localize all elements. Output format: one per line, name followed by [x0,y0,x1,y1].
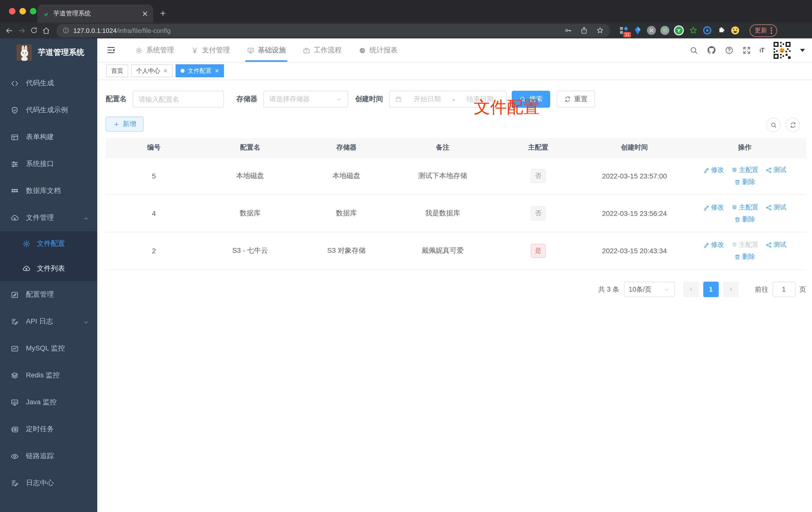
extension-grid-icon[interactable]: 11 [619,26,629,35]
update-label: 更新 [755,26,767,35]
sidebar-item-system-api[interactable]: 系统接口 [0,151,97,178]
edit-link[interactable]: 修改 [703,203,724,212]
goto-page-input[interactable] [772,282,795,297]
delete-link[interactable]: 删除 [734,178,755,186]
delete-link[interactable]: 删除 [734,215,755,224]
table-tools [766,118,800,132]
sidebar-item-code-example[interactable]: 代码生成示例 [0,97,97,124]
test-link[interactable]: 测试 [765,203,786,212]
font-size-icon[interactable]: ttTT [759,47,764,54]
sidebar-item-code-generation[interactable]: 代码生成 [0,70,97,97]
sidebar-item-redis-monitor[interactable]: Redis 监控 [0,362,97,389]
address-bar[interactable]: 127.0.0.1:1024/infra/file/file-config [56,24,610,37]
github-icon[interactable] [706,46,716,55]
sidebar-item-file-list[interactable]: 文件列表 [0,256,97,281]
refresh-icon [789,121,796,128]
sidebar-item-form-builder[interactable]: 表单构建 [0,124,97,151]
pencil-icon [703,167,709,173]
sidebar-item-mysql-monitor[interactable]: MySQL 监控 [0,335,97,362]
sidebar-item-file-management[interactable]: 文件管理 [0,204,97,231]
refresh-table-button[interactable] [786,118,800,132]
test-link[interactable]: 测试 [765,165,786,175]
search-icon[interactable] [689,46,698,55]
nav-statistics[interactable]: 统计报表 [350,38,406,62]
set-master-link-disabled: 主配置 [731,240,758,249]
add-button[interactable]: 新增 [106,117,144,131]
fullscreen-icon[interactable] [742,46,751,55]
user-avatar-qr[interactable] [773,41,791,60]
sidebar-item-config-management[interactable]: 配置管理 [0,281,97,308]
extension-kite-icon[interactable] [633,26,642,35]
zoom-window-button[interactable] [30,8,36,14]
home-icon[interactable] [42,26,50,35]
config-name-input[interactable] [139,95,218,103]
extension-emoji-icon[interactable] [730,26,740,35]
back-icon[interactable] [5,26,13,35]
col-actions: 操作 [683,143,806,152]
sidebar-item-java-monitor[interactable]: Java 监控 [0,389,97,416]
minimize-window-button[interactable] [20,8,26,14]
extension-puzzle-icon[interactable] [716,26,726,35]
plus-icon [113,121,120,127]
sidebar-item-file-config[interactable]: 文件配置 [0,231,97,256]
share-icon [765,204,772,211]
storage-select[interactable]: 请选择存储器 [263,91,348,108]
browser-tab[interactable]: 芋道管理系统 ✕ [37,4,153,23]
prev-page-button[interactable] [683,282,699,297]
nav-infrastructure[interactable]: 基础设施 [238,38,294,62]
sidebar-fold-icon[interactable] [106,46,116,55]
set-master-link[interactable]: 主配置 [731,203,758,212]
sidebar-item-trace[interactable]: 链路追踪 [0,443,97,470]
monitor-icon [10,398,19,406]
doc-edit-icon [10,317,19,326]
sidebar-item-log-center[interactable]: 日志中心 [0,470,97,496]
tag-profile[interactable]: 个人中心✕ [131,64,173,77]
forward-icon[interactable] [18,26,26,35]
page-1-button[interactable]: 1 [703,282,719,297]
edit-link[interactable]: 修改 [703,240,724,249]
browser-update-menu[interactable]: 更新 [750,24,777,37]
cell-created: 2022-03-15 23:56:24 [585,209,683,217]
share-page-icon[interactable] [580,26,588,34]
extension-star-icon[interactable] [688,26,698,35]
close-icon[interactable]: ✕ [163,67,168,74]
nav-system-management[interactable]: 系统管理 [127,38,182,62]
extension-command-icon[interactable] [647,26,656,35]
test-link[interactable]: 测试 [765,240,786,249]
close-icon[interactable]: ✕ [214,67,219,74]
sidebar-logo-row[interactable]: 芋道管理系统 [0,38,97,66]
delete-link[interactable]: 删除 [734,252,755,261]
set-master-link[interactable]: 主配置 [731,165,758,175]
password-key-icon[interactable] [564,26,572,34]
sidebar-item-api-log[interactable]: API 日志 [0,308,97,335]
close-window-button[interactable] [9,8,16,14]
chevron-down-icon [336,96,342,102]
nav-workflow[interactable]: 工作流程 [294,38,350,62]
reset-button[interactable]: 重置 [557,91,595,108]
extension-eye-icon[interactable] [702,26,712,35]
tag-file-config[interactable]: 文件配置✕ [176,64,224,77]
sidebar-item-db-doc[interactable]: 数据库文档 [0,178,97,204]
new-tab-button[interactable]: + [160,8,166,18]
reload-icon[interactable] [30,26,38,34]
show-search-button[interactable] [766,118,781,132]
tab-close-icon[interactable]: ✕ [142,10,148,17]
start-date-placeholder[interactable]: 开始日期 [406,95,448,104]
bookmark-star-icon[interactable] [596,26,604,34]
next-page-button[interactable] [723,282,738,297]
nav-payment-management[interactable]: 支付管理 [182,38,238,62]
header-right-tools: ttTT [689,41,805,60]
edit-link[interactable]: 修改 [703,165,724,175]
caret-down-icon[interactable] [800,49,805,52]
extension-y-icon[interactable]: Y [674,25,684,35]
extension-record-icon[interactable] [660,26,669,35]
monitor-check-icon [247,46,254,54]
app-header: 系统管理 支付管理 基础设施 工作流程 统计报表 ttTT [97,38,812,62]
sidebar-item-scheduled-tasks[interactable]: 定时任务 [0,416,97,443]
help-icon[interactable] [724,46,733,55]
site-info-icon[interactable] [62,27,69,34]
tag-home[interactable]: 首页 [106,64,128,77]
annotation-title: 文件配置 [474,96,540,119]
page-size-select[interactable]: 10条/页 [624,282,675,297]
cell-storage: 本地磁盘 [298,172,395,180]
